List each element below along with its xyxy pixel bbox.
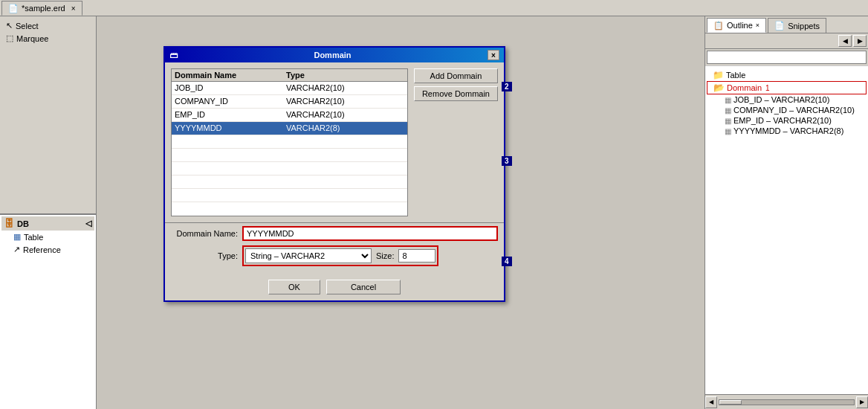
tree-item-job-id[interactable]: ▦ JOB_ID – VARCHAR2(10) [707,94,867,105]
tree-item-label: YYYYMMDD – VARCHAR2(8) [733,126,843,135]
tree-item-label: JOB_ID – VARCHAR2(10) [733,95,829,104]
snippets-tab-label: Snippets [788,22,820,30]
row-type: VARCHAR2(10) [286,97,404,106]
right-panel: 📋 Outline × 📄 Snippets ◀ ▶ 📁 Table [705,16,868,409]
tool-area: ↖ Select ⬚ Marquee [0,16,96,214]
row-name: JOB_ID [175,83,286,93]
type-input-group: String – VARCHAR2 Number – NUMBER Date –… [242,245,438,266]
outline-search [705,49,868,66]
table-row-selected[interactable]: YYYYMMDD VARCHAR2(8) [172,122,407,135]
domain-item-icon: ▦ [725,127,731,135]
marquee-tool[interactable]: ⬚ Marquee [3,32,93,45]
tree-item-yyyymmdd[interactable]: ▦ YYYYMMDD – VARCHAR2(8) [707,126,867,136]
outline-icon: 📋 [713,21,724,30]
folder-open-icon: 📂 [713,83,725,93]
row-name: COMPANY_ID [175,97,286,106]
tree-item-dommain-folder[interactable]: 📂 Dommain 1 [707,81,867,94]
reference-label: Reference [23,245,61,254]
table-row-empty[interactable] [172,175,407,189]
marquee-label: Marquee [16,34,48,43]
domain-item-icon: ▦ [725,96,731,104]
dialog-body: Dommain Name Type JOB_ID VARCHAR2(10) CO… [165,62,504,222]
ok-cancel-buttons: OK Cancel [165,277,504,300]
add-dommain-button[interactable]: Add Dommain [414,68,498,83]
db-section: 🗄 DB ◁ ▦ Table ↗ Reference [0,214,96,409]
domain-table-header: Dommain Name Type [172,69,407,82]
badge-2: 2 [502,82,512,91]
left-panel: ↖ Select ⬚ Marquee 🗄 DB ◁ ▦ Table ↗ Refe… [0,16,97,409]
size-label: Size: [376,251,394,260]
sidebar-item-reference[interactable]: ↗ Reference [1,243,94,256]
scroll-right-button[interactable]: ▶ [856,396,868,408]
tab-snippets[interactable]: 📄 Snippets [768,18,826,33]
name-form-row: Dommain Name: [171,226,498,241]
center-area: 🗃 Dommain × Dommain Name Type JOB_ID VAR… [97,16,705,409]
outline-tree: 📁 Table 📂 Dommain 1 ▦ JOB_ID – VARCHAR2(… [705,66,868,394]
outline-close-icon[interactable]: × [756,22,760,29]
col-header-type: Type [286,71,404,80]
marquee-icon: ⬚ [6,33,13,43]
db-header[interactable]: 🗄 DB ◁ [1,216,94,231]
right-scrollbar[interactable]: ◀ ▶ [705,394,868,409]
main-layout: ↖ Select ⬚ Marquee 🗄 DB ◁ ▦ Table ↗ Refe… [0,16,868,409]
type-select[interactable]: String – VARCHAR2 Number – NUMBER Date –… [245,248,372,263]
cancel-button[interactable]: Cancel [326,280,401,294]
badge-4: 4 [502,257,512,266]
outline-tab-label: Outline [727,21,753,30]
domain-table-body[interactable]: JOB_ID VARCHAR2(10) COMPANY_ID VARCHAR2(… [172,82,407,216]
table-row-empty[interactable] [172,162,407,175]
dialog-icon: 🗃 [169,51,178,59]
tree-item-table-folder[interactable]: 📁 Table [707,69,867,81]
select-tool[interactable]: ↖ Select [3,19,93,32]
domain-table: Dommain Name Type JOB_ID VARCHAR2(10) CO… [171,68,408,216]
table-row-empty[interactable] [172,135,407,149]
scroll-track[interactable] [719,399,855,405]
table-row[interactable]: COMPANY_ID VARCHAR2(10) [172,95,407,109]
dialog-close-button[interactable]: × [488,50,499,60]
db-collapse-icon[interactable]: ◁ [85,219,91,228]
nav-back-button[interactable]: ◀ [838,35,852,47]
row-name: YYYYMMDD [175,123,286,133]
scroll-thumb[interactable] [719,400,742,405]
sidebar-item-table[interactable]: ▦ Table [1,231,94,243]
table-icon: ▦ [13,232,21,242]
tree-item-emp-id[interactable]: ▦ EMP_ID – VARCHAR2(10) [707,115,867,126]
type-label: Type: [171,251,238,260]
ok-button[interactable]: OK [268,280,320,294]
nav-fwd-button[interactable]: ▶ [853,35,867,47]
row-name: EMP_ID [175,110,286,120]
table-row[interactable]: EMP_ID VARCHAR2(10) [172,109,407,122]
folder-icon: 📁 [713,70,724,80]
snippets-icon: 📄 [774,21,785,30]
tab-outline[interactable]: 📋 Outline × [707,18,766,33]
table-row-empty[interactable] [172,149,407,162]
right-toolbar: ◀ ▶ [705,33,868,49]
size-input[interactable] [398,249,435,263]
select-label: Select [16,22,39,30]
dialog-form: Dommain Name: Type: String – VARCHAR2 Nu… [165,222,504,277]
tree-item-company-id[interactable]: ▦ COMPANY_ID – VARCHAR2(10) [707,105,867,115]
outline-search-input[interactable] [707,51,867,64]
name-label: Dommain Name: [171,229,238,238]
db-label: DB [17,219,29,228]
badge-3: 3 [502,156,512,166]
tree-dommain-label: Dommain [727,83,762,92]
dommain-name-input[interactable] [242,226,498,241]
tab-close-icon[interactable]: × [71,4,76,13]
dialog-action-buttons: Add Dommain Remove Dommain [414,68,498,216]
row-type: VARCHAR2(8) [286,123,404,133]
cursor-icon: ↖ [6,21,13,30]
dialog-title-text: Dommain [314,51,351,59]
row-type: VARCHAR2(10) [286,83,404,93]
table-row-empty[interactable] [172,189,407,202]
dommain-badge: 1 [765,84,770,92]
col-header-name: Dommain Name [175,71,286,80]
scroll-left-button[interactable]: ◀ [705,396,717,408]
table-label: Table [24,233,43,242]
tree-item-label: COMPANY_ID – VARCHAR2(10) [733,106,855,115]
db-icon: 🗄 [4,218,14,229]
remove-dommain-button[interactable]: Remove Dommain [414,86,498,101]
main-tab[interactable]: 📄 *sample.erd × [1,1,82,16]
right-panel-tabs: 📋 Outline × 📄 Snippets [705,16,868,33]
table-row[interactable]: JOB_ID VARCHAR2(10) [172,82,407,95]
